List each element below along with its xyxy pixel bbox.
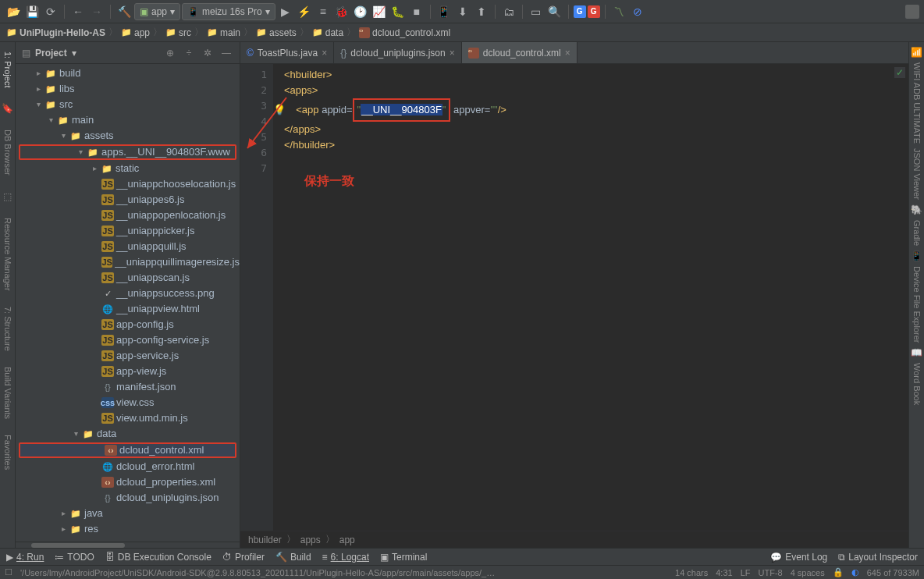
left-gutter: 1: Project 🔖 DB Browser ⬚ Resource Manag… xyxy=(0,42,16,548)
build-toolwindow[interactable]: 🔨 Build xyxy=(275,552,311,563)
code-area[interactable]: <hbuilder> <apps> 💡 <app appid="__UNI__9… xyxy=(273,64,908,531)
translate-blue-icon[interactable]: G xyxy=(574,5,586,18)
tab-toastplus[interactable]: ©ToastPlus.java× xyxy=(240,42,334,63)
minimize-icon[interactable]: — xyxy=(219,46,233,60)
sidebar-build-variants[interactable]: Build Variants xyxy=(3,367,12,419)
sidebar-device-explorer[interactable]: Device File Explorer xyxy=(912,266,922,343)
bc-file[interactable]: ‹›dcloud_control.xml xyxy=(359,27,450,38)
resource-icon[interactable]: ⬆ xyxy=(473,3,490,20)
stop-icon[interactable]: ■ xyxy=(408,3,425,20)
run-config-dropdown[interactable]: ▣app▾ xyxy=(134,3,180,20)
main-area: 1: Project 🔖 DB Browser ⬚ Resource Manag… xyxy=(0,42,924,548)
status-mem[interactable]: 645 of 7933M xyxy=(867,568,919,577)
db-console[interactable]: 🗄 DB Execution Console xyxy=(105,552,211,563)
crumb-app[interactable]: app xyxy=(339,535,355,545)
status-path: '/Users/lmy/AndroidProject/UniSDK/Androi… xyxy=(20,568,495,577)
tree-apps-folder[interactable]: ▾📁apps.__UNI__904803F.www xyxy=(19,144,236,160)
tree-dcloud-control[interactable]: ‹›dcloud_control.xml xyxy=(19,442,236,458)
sidebar-favorites[interactable]: Favorites xyxy=(3,435,12,470)
rerun-icon[interactable]: ≡ xyxy=(315,3,332,20)
event-log[interactable]: 💬 Event Log xyxy=(770,552,827,563)
status-lock-icon[interactable]: 🔒 xyxy=(833,567,844,577)
project-tree[interactable]: ▸📁build ▸📁libs ▾📁src ▾📁main ▾📁assets ▾📁a… xyxy=(16,64,240,542)
line-gutter: 1234567 xyxy=(240,64,273,531)
status-chars: 14 chars xyxy=(675,568,708,577)
panel-title: Project xyxy=(35,48,67,59)
tab-uniplugins[interactable]: {}dcloud_uniplugins.json× xyxy=(334,42,461,63)
bc-assets[interactable]: 📁assets xyxy=(256,27,297,38)
project-panel: ▤ Project ▾ ⊕ ÷ ✲ — ▸📁build ▸📁libs ▾📁src… xyxy=(16,42,240,548)
close-icon[interactable]: × xyxy=(322,48,327,59)
selected-appid: __UNI__904803F xyxy=(361,104,442,115)
sync-icon[interactable]: ⟳ xyxy=(42,3,59,20)
breadcrumbs: 📁UniPlugin-Hello-AS 〉 📁app 〉 📁src 〉 📁mai… xyxy=(0,23,924,42)
sidebar-json-viewer[interactable]: JSON Viewer xyxy=(912,148,922,200)
terminal-toolwindow[interactable]: ▣ Terminal xyxy=(380,552,427,563)
back-icon[interactable]: ← xyxy=(69,3,87,20)
run-toolwindow[interactable]: ▶ 4: Run xyxy=(6,552,44,563)
bc-src[interactable]: 📁src xyxy=(165,27,191,38)
editor-area: ©ToastPlus.java× {}dcloud_uniplugins.jso… xyxy=(240,42,908,548)
profiler-toolwindow[interactable]: ⏱ Profiler xyxy=(222,552,265,563)
avd-icon[interactable]: 📱 xyxy=(435,3,453,20)
apply-changes-icon[interactable]: ⚡ xyxy=(296,3,313,20)
sidebar-structure[interactable]: 7: Structure xyxy=(3,307,12,351)
sidebar-db-browser[interactable]: DB Browser xyxy=(3,130,12,176)
layout-inspector[interactable]: ⧉ Layout Inspector xyxy=(838,552,918,563)
locate-icon[interactable]: ⊕ xyxy=(163,46,177,60)
translate-red-icon[interactable]: G xyxy=(588,5,600,18)
sidebar-word-book[interactable]: Word Book xyxy=(912,363,922,405)
forward-icon[interactable]: → xyxy=(88,3,105,20)
status-indent[interactable]: 4 spaces xyxy=(791,568,825,577)
block-icon[interactable]: ⊘ xyxy=(629,3,646,20)
status-pos[interactable]: 4:31 xyxy=(716,568,732,577)
right-gutter: 📶 WIFI ADB ULTIMATE JSON Viewer 🐘 Gradle… xyxy=(908,42,924,548)
sidebar-wifi-adb[interactable]: WIFI ADB ULTIMATE xyxy=(912,62,922,144)
logcat-toolwindow[interactable]: ≡ 6: Logcat xyxy=(322,552,369,563)
build-icon[interactable]: 🔨 xyxy=(116,3,133,20)
bc-data[interactable]: 📁data xyxy=(312,27,343,38)
annotation-text: 保持一致 xyxy=(304,173,354,189)
avatar[interactable] xyxy=(905,5,919,19)
inspection-icon[interactable]: ✓ xyxy=(894,67,905,78)
tab-dcloud-control[interactable]: ‹›dcloud_control.xml× xyxy=(462,42,578,63)
close-icon[interactable]: × xyxy=(450,48,455,59)
todo-toolwindow[interactable]: ≔ TODO xyxy=(55,552,94,563)
bc-app[interactable]: 📁app xyxy=(121,27,150,38)
bc-main[interactable]: 📁main xyxy=(207,27,240,38)
close-icon[interactable]: × xyxy=(565,48,570,59)
search-icon[interactable]: 🔍 xyxy=(546,3,563,20)
debug-icon[interactable]: 🐞 xyxy=(333,3,350,20)
settings-icon[interactable]: ✲ xyxy=(201,46,215,60)
bulb-icon[interactable]: 💡 xyxy=(273,104,286,115)
run-icon[interactable]: ▶ xyxy=(277,3,294,20)
status-enc[interactable]: UTF-8 xyxy=(759,568,783,577)
bottom-toolbar: ▶ 4: Run ≔ TODO 🗄 DB Execution Console ⏱… xyxy=(0,548,924,565)
main-toolbar: 📂 💾 ⟳ ← → 🔨 ▣app▾ 📱meizu 16s Pro▾ ▶ ⚡ ≡ … xyxy=(0,0,924,23)
crumb-hbuilder[interactable]: hbuilder xyxy=(248,535,282,545)
editor-body[interactable]: 1234567 <hbuilder> <apps> 💡 <app appid="… xyxy=(240,64,908,531)
panel-header: ▤ Project ▾ ⊕ ÷ ✲ — xyxy=(16,42,240,64)
device-dropdown[interactable]: 📱meizu 16s Pro▾ xyxy=(182,3,275,20)
tree-scrollbar[interactable] xyxy=(16,542,240,548)
status-lf[interactable]: LF xyxy=(741,568,751,577)
sidebar-project[interactable]: 1: Project xyxy=(3,52,12,87)
open-icon[interactable]: 📂 xyxy=(5,3,22,20)
save-icon[interactable]: 💾 xyxy=(23,3,41,20)
profile-icon[interactable]: 📈 xyxy=(371,3,388,20)
heap-icon[interactable]: 〽 xyxy=(610,3,627,20)
sdk-icon[interactable]: ⬇ xyxy=(454,3,471,20)
collapse-icon[interactable]: ÷ xyxy=(182,46,196,60)
layout-inspector-icon[interactable]: ▭ xyxy=(528,3,545,20)
editor-breadcrumb: hbuilder〉 apps〉 app xyxy=(240,531,908,548)
attach-icon[interactable]: 🐛 xyxy=(389,3,407,20)
sidebar-gradle[interactable]: Gradle xyxy=(912,220,922,246)
sidebar-res-mgr[interactable]: Resource Manager xyxy=(3,218,12,291)
editor-tabs: ©ToastPlus.java× {}dcloud_uniplugins.jso… xyxy=(240,42,908,64)
crumb-apps[interactable]: apps xyxy=(300,535,321,545)
bc-root[interactable]: 📁UniPlugin-Hello-AS xyxy=(6,27,105,38)
coverage-icon[interactable]: 🕑 xyxy=(352,3,369,20)
status-bar: ☐ '/Users/lmy/AndroidProject/UniSDK/Andr… xyxy=(0,565,924,579)
vcs-icon[interactable]: 🗂 xyxy=(500,3,517,20)
